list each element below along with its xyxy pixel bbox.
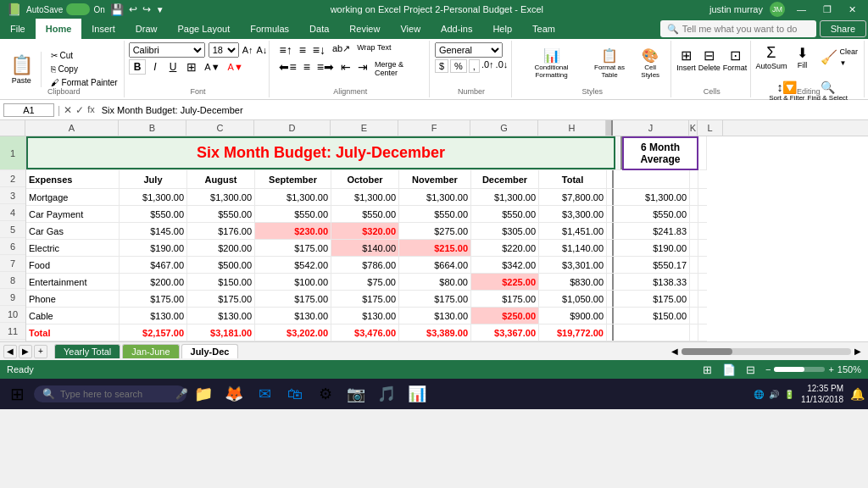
sheet-nav-next[interactable]: ▶ [19, 345, 32, 358]
col-header-l[interactable]: L [698, 120, 723, 136]
cell-e4[interactable]: $550.00 [331, 206, 399, 222]
tab-view[interactable]: View [390, 19, 431, 39]
time-display[interactable]: 12:35 PM 11/13/2018 [801, 383, 843, 405]
ribbon-search-input[interactable] [682, 24, 810, 34]
cell-f6[interactable]: $215.00 [399, 240, 471, 256]
decrease-decimal-icon[interactable]: .0↓ [496, 59, 509, 73]
decrease-font-icon[interactable]: A↓ [256, 45, 267, 55]
cell-e10[interactable]: $130.00 [331, 308, 399, 324]
cell-j6[interactable]: $190.00 [614, 240, 690, 256]
cell-j2[interactable] [614, 170, 690, 188]
taskbar-icon-camera[interactable]: 📷 [342, 380, 370, 408]
cell-j9[interactable]: $175.00 [614, 291, 690, 307]
cell-b3[interactable]: $1,300.00 [120, 189, 187, 205]
cell-j10[interactable]: $150.00 [614, 308, 690, 324]
taskbar-icon-store[interactable]: 🛍 [281, 380, 309, 408]
insert-cells-button[interactable]: ⊞ Insert [676, 47, 696, 72]
cell-g10[interactable]: $250.00 [471, 308, 539, 324]
cell-d9[interactable]: $175.00 [255, 291, 331, 307]
cell-b10[interactable]: $130.00 [120, 308, 187, 324]
cell-a7[interactable]: Food [26, 257, 120, 273]
cell-b5[interactable]: $145.00 [120, 223, 187, 239]
cell-k3[interactable] [690, 189, 698, 205]
cell-b8[interactable]: $200.00 [120, 274, 187, 290]
increase-font-icon[interactable]: A↑ [242, 45, 253, 55]
increase-decimal-icon[interactable]: .0↑ [481, 59, 494, 73]
cell-e8[interactable]: $75.00 [331, 274, 399, 290]
sheet-tab-jan-june[interactable]: Jan-June [122, 344, 179, 358]
cell-e9[interactable]: $175.00 [331, 291, 399, 307]
cell-b7[interactable]: $467.00 [120, 257, 187, 273]
tab-help[interactable]: Help [482, 19, 522, 39]
cancel-formula-icon[interactable]: ✕ [64, 104, 72, 116]
view-layout-icon[interactable]: 📄 [722, 363, 736, 376]
cell-d11[interactable]: $3,202.00 [255, 324, 331, 341]
cell-f4[interactable]: $550.00 [399, 206, 471, 222]
battery-icon[interactable]: 🔋 [784, 390, 794, 399]
cell-k10[interactable] [690, 308, 698, 324]
cell-e11[interactable]: $3,476.00 [331, 324, 399, 341]
cell-i3[interactable] [607, 189, 614, 205]
customize-icon[interactable]: ▼ [156, 5, 164, 14]
cell-d3[interactable]: $1,300.00 [255, 189, 331, 205]
cell-f7[interactable]: $664.00 [399, 257, 471, 273]
tab-data[interactable]: Data [299, 19, 339, 39]
zoom-slider[interactable] [774, 367, 825, 372]
cell-k5[interactable] [690, 223, 698, 239]
italic-button[interactable]: I [148, 59, 161, 75]
cell-i7[interactable] [607, 257, 614, 273]
bold-button[interactable]: B [129, 59, 147, 75]
cell-h10[interactable]: $900.00 [539, 308, 607, 324]
cut-button[interactable]: ✂ Cut [47, 49, 122, 62]
border-button[interactable]: ⊞ [184, 59, 199, 75]
row-header-1[interactable]: 1 [0, 136, 25, 170]
col-header-h[interactable]: H [538, 120, 606, 136]
currency-button[interactable]: $ [435, 59, 448, 73]
font-name-select[interactable]: Calibri [129, 42, 205, 58]
cell-k11[interactable] [690, 324, 698, 341]
cell-k6[interactable] [690, 240, 698, 256]
cell-i1[interactable] [615, 136, 622, 169]
tab-formulas[interactable]: Formulas [240, 19, 299, 39]
cell-k9[interactable] [690, 291, 698, 307]
cell-g6[interactable]: $220.00 [471, 240, 539, 256]
cell-a5[interactable]: Car Gas [26, 223, 120, 239]
tab-draw[interactable]: Draw [125, 19, 168, 39]
cell-b4[interactable]: $550.00 [120, 206, 187, 222]
cell-h9[interactable]: $1,050.00 [539, 291, 607, 307]
cell-i11[interactable] [607, 324, 614, 341]
cell-d6[interactable]: $175.00 [255, 240, 331, 256]
align-bottom-icon[interactable]: ≡↓ [310, 42, 328, 58]
delete-cells-button[interactable]: ⊟ Delete [698, 47, 721, 72]
row-header-3[interactable]: 3 [0, 187, 25, 204]
cell-g9[interactable]: $175.00 [471, 291, 539, 307]
cell-c3[interactable]: $1,300.00 [187, 189, 255, 205]
cell-g8[interactable]: $225.00 [471, 274, 539, 290]
cell-h11[interactable]: $19,772.00 [539, 324, 607, 341]
cell-e6[interactable]: $140.00 [331, 240, 399, 256]
tab-share[interactable]: Share [820, 20, 866, 37]
cell-j3[interactable]: $1,300.00 [614, 189, 690, 205]
save-icon[interactable]: 💾 [110, 3, 124, 16]
volume-icon[interactable]: 🔊 [769, 390, 779, 399]
taskbar-icon-file-explorer[interactable]: 📁 [190, 380, 217, 408]
row-header-9[interactable]: 9 [0, 289, 25, 306]
taskbar-icon-settings[interactable]: ⚙ [312, 380, 339, 408]
fill-button[interactable]: ⬇ Fill [789, 45, 815, 69]
cell-a6[interactable]: Electric [26, 240, 120, 256]
orientation-button[interactable]: ab↗ [330, 42, 353, 58]
cell-j7[interactable]: $550.17 [614, 257, 690, 273]
cell-d2[interactable]: September [255, 170, 331, 188]
start-button[interactable]: ⊞ [3, 380, 31, 408]
conditional-formatting-button[interactable]: 📊 Conditional Formatting [519, 47, 584, 79]
scroll-right-icon[interactable]: ▶ [854, 347, 861, 356]
increase-indent-icon[interactable]: ⇥ [355, 59, 370, 78]
align-middle-icon[interactable]: ≡ [297, 42, 309, 58]
taskbar-icon-music[interactable]: 🎵 [373, 380, 400, 408]
name-box[interactable] [3, 103, 54, 117]
col-header-c[interactable]: C [186, 120, 254, 136]
scroll-thumb[interactable] [682, 348, 732, 355]
cell-c11[interactable]: $3,181.00 [187, 324, 255, 341]
cell-g7[interactable]: $342.00 [471, 257, 539, 273]
cell-h2[interactable]: Total [539, 170, 607, 188]
